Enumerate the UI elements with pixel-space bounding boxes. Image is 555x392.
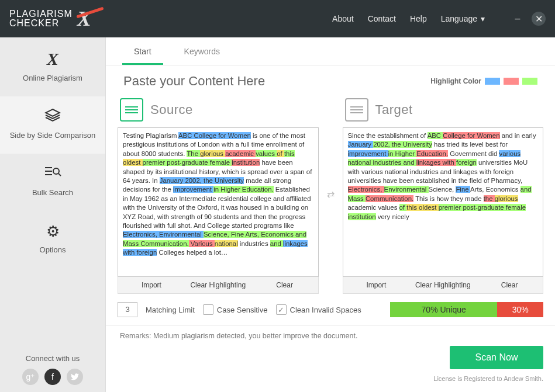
source-import-button[interactable]: Import <box>118 277 185 293</box>
remarks-text: Remarks: Medium plagiarism detected, you… <box>106 325 555 346</box>
source-clear-button[interactable]: Clear <box>251 277 318 293</box>
target-panel: Target Since the establishment of ABC Co… <box>343 95 544 294</box>
tab-keywords[interactable]: Keywords <box>180 39 225 64</box>
header-nav: About Contact Help Language ▾ – ✕ <box>332 12 546 26</box>
swatch-blue <box>485 78 500 85</box>
gear-icon: ⚙ <box>5 223 101 241</box>
tab-start[interactable]: Start <box>129 39 156 64</box>
unique-bar: 70% Unique 30% <box>390 302 543 317</box>
svg-line-4 <box>58 174 61 176</box>
logo-bottom: CHECKER <box>9 19 73 28</box>
sidebar-item-label: Side by Side Comparison <box>10 131 96 140</box>
nav-about[interactable]: About <box>332 14 354 23</box>
scan-now-button[interactable]: Scan Now <box>450 346 543 369</box>
close-button[interactable]: ✕ <box>532 12 546 26</box>
source-panel: Source Testing Plagiarism ABC College fo… <box>118 95 319 294</box>
minimize-button[interactable]: – <box>511 12 525 26</box>
nav-help[interactable]: Help <box>410 14 427 23</box>
nav-language[interactable]: Language ▾ <box>441 14 485 23</box>
main-area: Start Keywords Paste your Content Here H… <box>106 37 555 392</box>
highlight-label: Highlight Color <box>430 77 481 85</box>
target-icon <box>345 98 368 122</box>
twitter-icon[interactable] <box>67 369 83 385</box>
sidebar-item-online[interactable]: X Online Plagiarism <box>0 37 105 96</box>
sidebar-item-label: Options <box>40 245 66 254</box>
app-logo: PLAGIARISM CHECKER X <box>9 6 92 31</box>
sidebar-item-side-by-side[interactable]: Side by Side Comparison <box>0 96 105 154</box>
sidebar-item-options[interactable]: ⚙ Options <box>0 211 105 268</box>
sidebar-item-label: Online Plagiarism <box>23 74 82 82</box>
matching-limit-input[interactable]: 3 <box>118 302 137 317</box>
tabs: Start Keywords <box>106 37 555 65</box>
source-clear-hl-button[interactable]: Clear Highlighting <box>185 277 251 293</box>
swap-icon[interactable]: ⇄ <box>326 189 336 200</box>
nav-contact[interactable]: Contact <box>368 14 396 23</box>
duplicate-percent: 30% <box>497 302 543 317</box>
target-textbox[interactable]: Since the establishment of ABC College f… <box>343 127 544 277</box>
facebook-icon[interactable]: f <box>44 369 61 385</box>
list-search-icon <box>5 165 101 183</box>
case-sensitive-checkbox[interactable]: Case Sensitive <box>203 304 268 315</box>
source-icon <box>120 98 143 122</box>
unique-percent: 70% Unique <box>390 302 497 317</box>
sidebar: X Online Plagiarism Side by Side Compari… <box>0 37 106 392</box>
connect-label: Connect with us <box>0 354 105 363</box>
logo-x-icon: X <box>77 6 92 31</box>
license-text: License is Registered to Andew Smith. <box>106 373 555 387</box>
target-clear-hl-button[interactable]: Clear Highlighting <box>409 277 476 293</box>
swatch-green <box>522 78 537 85</box>
sidebar-item-bulk[interactable]: Bulk Search <box>0 154 105 211</box>
google-plus-icon[interactable]: g⁺ <box>22 369 39 385</box>
swatch-red <box>504 78 519 85</box>
checkbox-icon <box>203 304 213 315</box>
highlight-legend: Highlight Color <box>430 77 537 85</box>
options-row: 3 Matching Limit Case Sensitive ✓ Clean … <box>106 294 555 322</box>
clean-spaces-checkbox[interactable]: ✓ Clean Invalid Spaces <box>276 304 361 315</box>
source-title: Source <box>150 102 193 117</box>
nav-language-label: Language <box>441 14 477 23</box>
target-title: Target <box>375 102 413 117</box>
x-icon: X <box>5 49 101 69</box>
matching-limit-label: Matching Limit <box>146 306 195 314</box>
chevron-down-icon: ▾ <box>481 14 485 23</box>
target-clear-button[interactable]: Clear <box>476 277 543 293</box>
app-header: PLAGIARISM CHECKER X About Contact Help … <box>0 0 555 37</box>
target-import-button[interactable]: Import <box>343 277 410 293</box>
svg-point-3 <box>53 168 59 174</box>
source-textbox[interactable]: Testing Plagiarism ABC College for Women… <box>118 127 319 277</box>
logo-top: PLAGIARISM <box>9 9 73 19</box>
checkbox-checked-icon: ✓ <box>276 304 287 315</box>
page-title: Paste your Content Here <box>123 74 265 89</box>
connect-block: Connect with us g⁺ f <box>0 347 105 392</box>
sidebar-item-label: Bulk Search <box>32 188 73 197</box>
layers-icon <box>5 108 101 126</box>
